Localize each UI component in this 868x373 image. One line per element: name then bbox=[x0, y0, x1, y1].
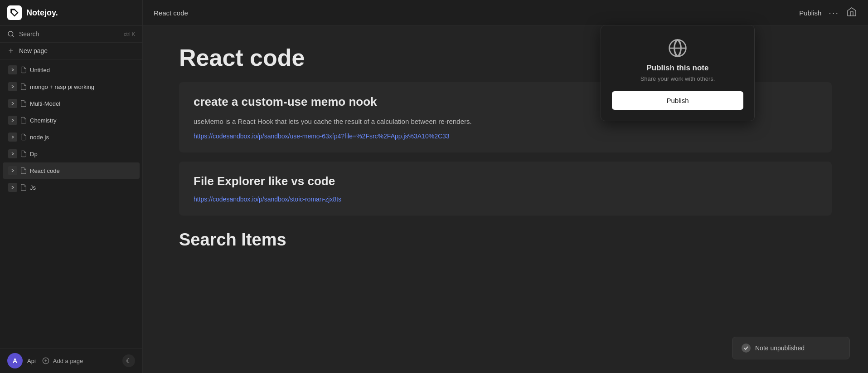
search-shortcut: ctrl K bbox=[124, 31, 135, 37]
header-actions: Publish ··· bbox=[799, 6, 857, 19]
sidebar-item-react-code[interactable]: React code bbox=[3, 162, 140, 179]
more-options-button[interactable]: ··· bbox=[829, 8, 839, 18]
chevron-icon-dp[interactable] bbox=[8, 149, 17, 158]
sidebar-item-label-chemistry: Chemistry bbox=[30, 117, 134, 124]
sidebar-item-label-react-code: React code bbox=[30, 167, 134, 174]
card-heading-explorer: File Explorer like vs code bbox=[194, 174, 817, 188]
content-card-explorer: File Explorer like vs code https://codes… bbox=[179, 162, 832, 216]
toast-note-unpublished: Note unpublished bbox=[732, 337, 850, 359]
sidebar-item-multi-model[interactable]: Multi-Model bbox=[3, 95, 140, 112]
sidebar-item-nodejs[interactable]: node js bbox=[3, 129, 140, 145]
sidebar-item-untitled[interactable]: Untitled bbox=[3, 62, 140, 78]
note-content: React code create a custom-use memo nook… bbox=[143, 26, 868, 373]
globe-icon bbox=[668, 38, 688, 58]
sidebar-item-label-dp: Dp bbox=[30, 151, 134, 157]
sidebar-item-label-nodejs: node js bbox=[30, 134, 134, 141]
sidebar-footer: A Api Add a page ☾ bbox=[0, 348, 142, 373]
doc-icon-multi-model bbox=[20, 100, 27, 107]
publish-header-button[interactable]: Publish bbox=[799, 9, 821, 17]
logo-icon bbox=[7, 5, 22, 20]
add-page-button[interactable]: Add a page bbox=[42, 354, 83, 367]
search-label: Search bbox=[19, 30, 119, 38]
main-header: React code Publish ··· bbox=[143, 0, 868, 26]
doc-icon-chemistry bbox=[20, 117, 27, 124]
new-page-label: New page bbox=[19, 47, 48, 54]
chevron-icon-untitled[interactable] bbox=[8, 65, 17, 74]
theme-toggle-button[interactable]: ☾ bbox=[122, 354, 135, 367]
chevron-icon-mongo[interactable] bbox=[8, 82, 17, 91]
popup-title: Publish this note bbox=[647, 64, 709, 73]
popup-publish-button[interactable]: Publish bbox=[612, 91, 743, 110]
doc-icon-mongo bbox=[20, 83, 27, 90]
plus-icon bbox=[7, 47, 15, 54]
chevron-icon-multi-model[interactable] bbox=[8, 99, 17, 108]
sidebar-item-js[interactable]: Js bbox=[3, 179, 140, 196]
svg-line-1 bbox=[12, 35, 14, 37]
sidebar-item-label-mongo: mongo + rasp pi working bbox=[30, 83, 134, 90]
search-icon bbox=[7, 30, 15, 38]
publish-popup: Publish this note Share your work with o… bbox=[601, 25, 755, 121]
toast-check-icon bbox=[742, 344, 751, 353]
user-avatar[interactable]: A bbox=[7, 353, 23, 368]
new-page-button[interactable]: New page bbox=[0, 43, 142, 59]
chevron-icon-nodejs[interactable] bbox=[8, 133, 17, 142]
home-button[interactable] bbox=[846, 6, 857, 19]
sidebar-items-list: Untitled mongo + rasp pi working Multi-M… bbox=[0, 59, 142, 348]
doc-icon-js bbox=[20, 184, 27, 191]
main-content: React code Publish ··· React code create… bbox=[143, 0, 868, 373]
sidebar-item-label-multi-model: Multi-Model bbox=[30, 100, 134, 107]
plus-circle-icon bbox=[42, 357, 49, 364]
doc-icon-react-code bbox=[20, 167, 27, 174]
toast-message: Note unpublished bbox=[755, 344, 805, 352]
sidebar-item-label-untitled: Untitled bbox=[30, 67, 134, 74]
doc-icon-dp bbox=[20, 150, 27, 157]
chevron-icon-chemistry[interactable] bbox=[8, 116, 17, 125]
sidebar-item-dp[interactable]: Dp bbox=[3, 146, 140, 162]
sidebar-item-label-js: Js bbox=[30, 184, 134, 191]
sidebar-header: Notejoy. bbox=[0, 0, 142, 26]
note-title-header: React code bbox=[154, 9, 792, 17]
search-bar[interactable]: Search ctrl K bbox=[0, 26, 142, 43]
chevron-icon-react-code[interactable] bbox=[8, 166, 17, 175]
card-link-memo[interactable]: https://codesandbox.io/p/sandbox/use-mem… bbox=[194, 133, 817, 140]
section-title-search: Search Items bbox=[179, 230, 832, 250]
doc-icon-untitled bbox=[20, 66, 27, 74]
user-name: Api bbox=[27, 358, 36, 364]
chevron-icon-js[interactable] bbox=[8, 183, 17, 192]
app-title: Notejoy. bbox=[26, 8, 58, 18]
popup-subtitle: Share your work with others. bbox=[640, 75, 715, 82]
sidebar-item-chemistry[interactable]: Chemistry bbox=[3, 112, 140, 128]
add-page-label: Add a page bbox=[53, 358, 83, 364]
card-link-explorer[interactable]: https://codesandbox.io/p/sandbox/stoic-r… bbox=[194, 196, 817, 203]
sidebar-item-mongo[interactable]: mongo + rasp pi working bbox=[3, 79, 140, 95]
svg-point-0 bbox=[8, 31, 13, 36]
doc-icon-nodejs bbox=[20, 133, 27, 141]
sidebar: Notejoy. Search ctrl K New page Untitled bbox=[0, 0, 143, 373]
